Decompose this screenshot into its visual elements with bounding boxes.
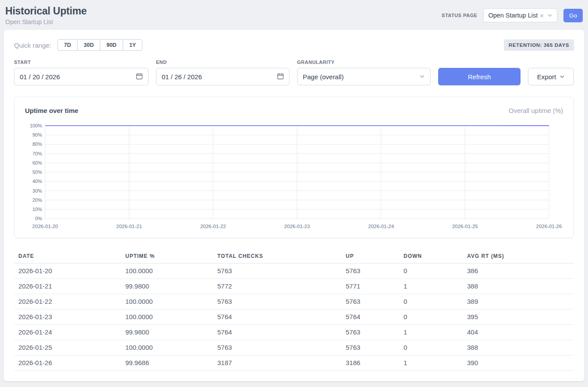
start-date-input[interactable]: 01 / 20 / 2026 [14, 68, 149, 85]
page-title: Historical Uptime [5, 5, 87, 17]
table-cell: 5763 [213, 294, 341, 310]
table-cell: 2026-01-22 [14, 294, 121, 310]
svg-text:20%: 20% [32, 197, 42, 203]
table-cell: 5763 [341, 325, 399, 340]
retention-badge: RETENTION: 365 DAYS [504, 39, 574, 51]
granularity-select[interactable]: Page (overall) [297, 68, 431, 85]
svg-text:10%: 10% [32, 207, 42, 212]
column-header-total-checks: TOTAL CHECKS [213, 249, 341, 264]
svg-text:0%: 0% [35, 216, 42, 221]
status-page-label: STATUS PAGE [442, 13, 477, 18]
table-cell: 5763 [341, 294, 399, 310]
table-cell: 3187 [213, 355, 341, 371]
chevron-down-icon [419, 73, 425, 81]
table-cell: 395 [463, 310, 574, 325]
start-date-field: START 01 / 20 / 2026 [14, 60, 149, 85]
column-header-uptime: UPTIME % [121, 249, 213, 264]
table-cell: 5763 [341, 264, 399, 279]
status-page-select[interactable]: Open Startup List × [483, 8, 557, 22]
table-cell: 5771 [341, 279, 399, 294]
uptime-table: DATE UPTIME % TOTAL CHECKS UP DOWN AVG R… [14, 249, 574, 371]
table-cell: 100.0000 [121, 264, 213, 279]
uptime-chart-card: Uptime over time Overall uptime (%) 0%10… [14, 97, 574, 238]
start-date-label: START [14, 60, 149, 65]
uptime-chart-svg: 0%10%20%30%40%50%60%70%80%90%100%2026-01… [25, 121, 563, 232]
calendar-icon[interactable] [277, 73, 284, 81]
table-cell: 0 [399, 294, 463, 310]
quick-range-90d-button[interactable]: 90D [100, 39, 123, 51]
table-row: 2026-01-2499.9800576457631404 [14, 325, 574, 340]
table-cell: 5764 [341, 310, 399, 325]
table-cell: 3186 [341, 355, 399, 371]
page-subtitle: Open Startup List [5, 18, 87, 25]
chart-header: Uptime over time Overall uptime (%) [25, 107, 563, 114]
page: Historical Uptime Open Startup List STAT… [0, 0, 588, 387]
table-row: 2026-01-25100.0000576357630388 [14, 340, 574, 355]
calendar-icon[interactable] [136, 73, 143, 81]
table-cell: 5764 [213, 310, 341, 325]
table-cell: 0 [399, 310, 463, 325]
uptime-table-head: DATE UPTIME % TOTAL CHECKS UP DOWN AVG R… [14, 249, 574, 264]
quick-range-row: Quick range: 7D 30D 90D 1Y RETENTION: 36… [14, 39, 574, 51]
end-date-input[interactable]: 01 / 26 / 2026 [156, 68, 290, 85]
table-cell: 2026-01-26 [14, 355, 121, 371]
table-cell: 388 [463, 279, 574, 294]
column-header-up: UP [341, 249, 399, 264]
table-cell: 0 [399, 340, 463, 355]
svg-text:100%: 100% [30, 123, 42, 128]
svg-text:30%: 30% [32, 188, 42, 194]
table-row: 2026-01-2699.9686318731861390 [14, 355, 574, 371]
svg-text:2026-01-24: 2026-01-24 [368, 224, 394, 229]
table-cell: 5763 [213, 264, 341, 279]
table-cell: 5764 [213, 325, 341, 340]
granularity-label: GRANULARITY [297, 60, 431, 65]
uptime-table-wrap: DATE UPTIME % TOTAL CHECKS UP DOWN AVG R… [14, 249, 574, 371]
end-date-field: END 01 / 26 / 2026 [156, 60, 290, 85]
clear-selection-icon[interactable]: × [540, 12, 544, 19]
end-date-value: 01 / 26 / 2026 [162, 73, 202, 81]
table-cell: 99.9686 [121, 355, 213, 371]
svg-text:2026-01-26: 2026-01-26 [536, 224, 562, 229]
quick-range-7d-button[interactable]: 7D [57, 39, 78, 51]
table-cell: 2026-01-21 [14, 279, 121, 294]
end-date-label: END [156, 60, 290, 65]
uptime-table-body: 2026-01-20100.00005763576303862026-01-21… [14, 264, 574, 371]
table-cell: 1 [399, 325, 463, 340]
table-cell: 5763 [213, 340, 341, 355]
chevron-down-icon [560, 73, 565, 81]
quick-range-group: 7D 30D 90D 1Y [57, 39, 142, 51]
table-cell: 404 [463, 325, 574, 340]
table-cell: 100.0000 [121, 310, 213, 325]
table-cell: 0 [399, 264, 463, 279]
go-button[interactable]: Go [563, 9, 583, 22]
export-button[interactable]: Export [528, 68, 574, 85]
refresh-button[interactable]: Refresh [438, 68, 521, 85]
table-cell: 99.9800 [121, 279, 213, 294]
granularity-field: GRANULARITY Page (overall) [297, 60, 431, 85]
table-cell: 1 [399, 279, 463, 294]
main-card: Quick range: 7D 30D 90D 1Y RETENTION: 36… [4, 30, 584, 381]
quick-range-30d-button[interactable]: 30D [77, 39, 100, 51]
status-page-selected-value: Open Startup List [488, 12, 538, 19]
table-cell: 389 [463, 294, 574, 310]
table-cell: 2026-01-24 [14, 325, 121, 340]
table-cell: 2026-01-20 [14, 264, 121, 279]
chart-legend: Overall uptime (%) [509, 107, 563, 114]
table-cell: 5763 [341, 340, 399, 355]
svg-text:2026-01-23: 2026-01-23 [284, 224, 310, 229]
table-cell: 100.0000 [121, 340, 213, 355]
export-button-label: Export [537, 73, 556, 81]
table-cell: 388 [463, 340, 574, 355]
header: Historical Uptime Open Startup List STAT… [0, 0, 588, 30]
quick-range-1y-button[interactable]: 1Y [123, 39, 142, 51]
column-header-avg-rt: AVG RT (MS) [463, 249, 574, 264]
start-date-value: 01 / 20 / 2026 [20, 73, 60, 81]
table-row: 2026-01-2199.9800577257711388 [14, 279, 574, 294]
granularity-selected-value: Page (overall) [303, 73, 344, 81]
filter-form-row: START 01 / 20 / 2026 END 01 / 26 / 2026 [14, 60, 574, 85]
svg-text:2026-01-20: 2026-01-20 [32, 224, 58, 229]
quick-range-label: Quick range: [14, 42, 51, 49]
table-cell: 390 [463, 355, 574, 371]
table-cell: 2026-01-25 [14, 340, 121, 355]
table-cell: 1 [399, 355, 463, 371]
